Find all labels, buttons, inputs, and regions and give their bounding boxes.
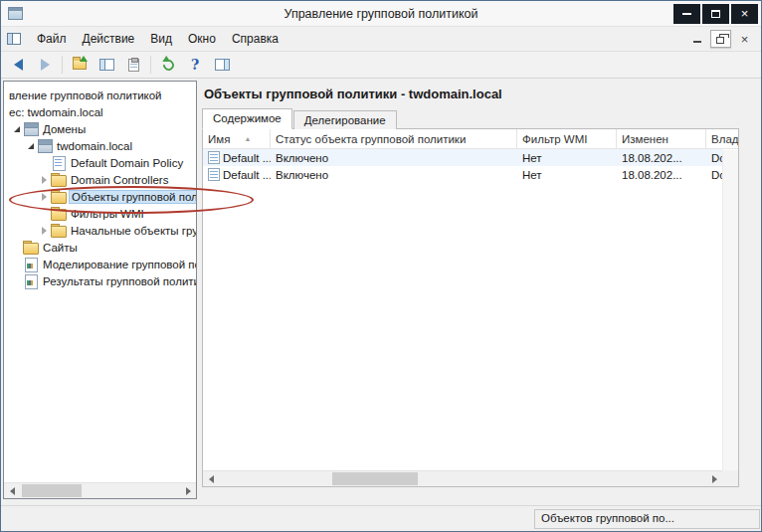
tab-delegation[interactable]: Делегирование — [293, 110, 397, 129]
cell-text: 18.08.202... — [622, 152, 682, 164]
tree-item-forest[interactable]: ес: twdomain.local — [4, 103, 196, 120]
folder-up-icon — [73, 60, 87, 70]
cell-text: Doma — [711, 152, 722, 164]
tree-item-domain-controllers[interactable]: Domain Controllers — [4, 171, 196, 188]
collapsed-triangle-icon[interactable] — [38, 173, 51, 186]
titlebar: Управление групповой политикой × — [1, 1, 761, 27]
list-horizontal-scrollbar[interactable] — [203, 470, 722, 486]
tree-horizontal-scrollbar[interactable] — [4, 482, 196, 498]
toolbar-separator — [62, 56, 63, 74]
cell-name: Default ... — [203, 151, 271, 164]
expander-spacer — [38, 207, 51, 220]
tree-item-root[interactable]: вление групповой политикой — [4, 87, 196, 103]
tab-page: Имя ▲ Статус объекта групповой политики … — [202, 128, 739, 487]
scroll-left-arrow-icon[interactable] — [4, 483, 20, 498]
expanded-triangle-icon[interactable] — [24, 139, 37, 152]
folder-up-button[interactable] — [67, 54, 93, 76]
tree-item-gp-modeling[interactable]: Моделирование групповой пол — [4, 256, 196, 272]
tree-item-default-domain-policy[interactable]: Default Domain Policy — [4, 154, 196, 171]
column-header-wmi-filter[interactable]: Фильтр WMI — [517, 129, 617, 148]
cell-modified: 18.08.202... — [617, 169, 706, 181]
folder-icon — [51, 173, 67, 186]
help-icon: ? — [191, 57, 199, 73]
tree-item-label: Сайты — [41, 241, 80, 255]
column-header-owner[interactable]: Влад — [706, 129, 738, 148]
tree-rows: вление групповой политикой ес: twdomain.… — [4, 82, 196, 289]
menu-help[interactable]: Справка — [224, 29, 286, 49]
mdi-minimize-button[interactable] — [686, 30, 707, 48]
list-header: Имя ▲ Статус объекта групповой политики … — [203, 129, 738, 149]
statusbar: Объектов групповой по... — [1, 505, 761, 531]
collapsed-triangle-icon[interactable] — [38, 190, 51, 203]
back-button[interactable] — [5, 54, 31, 76]
tab-contents[interactable]: Содержимое — [202, 108, 292, 129]
tree-item-sites[interactable]: Сайты — [4, 239, 196, 256]
folder-icon — [51, 190, 67, 203]
maximize-button[interactable] — [702, 4, 729, 24]
mdi-close-button[interactable]: × — [734, 30, 755, 48]
action-pane-icon — [215, 59, 230, 71]
tree-item-domain-twdomain[interactable]: twdomain.local — [4, 137, 196, 154]
column-label: Статус объекта групповой политики — [276, 133, 466, 145]
mdi-restore-button[interactable] — [710, 30, 731, 48]
menu-view[interactable]: Вид — [142, 29, 180, 49]
cell-name: Default ... — [203, 168, 271, 181]
menu-file[interactable]: Файл — [29, 29, 75, 49]
refresh-button[interactable] — [155, 54, 181, 76]
minimize-button[interactable] — [673, 4, 700, 24]
column-header-status[interactable]: Статус объекта групповой политики — [271, 129, 517, 148]
tree-item-label: ес: twdomain.local — [7, 105, 105, 119]
refresh-icon — [160, 57, 175, 72]
gpo-icon — [208, 168, 220, 181]
tree-item-label-selected: Объекты групповой политики — [69, 190, 197, 204]
tree-item-label: Default Domain Policy — [69, 156, 185, 170]
forward-button[interactable] — [32, 54, 58, 76]
scroll-right-arrow-icon[interactable] — [180, 483, 196, 498]
table-row[interactable]: Default ... Включено Нет 18.08.202... Do… — [203, 149, 722, 166]
scrollbar-thumb[interactable] — [332, 472, 418, 485]
export-list-button[interactable] — [120, 54, 146, 76]
collapsed-triangle-icon[interactable] — [38, 224, 51, 237]
tree-item-starter-gpos[interactable]: Начальные объекты груп — [4, 222, 196, 239]
show-console-tree-button[interactable] — [94, 54, 119, 76]
column-label: Имя — [208, 133, 230, 145]
minimize-icon — [682, 13, 691, 15]
show-action-pane-button[interactable] — [209, 54, 235, 76]
column-header-name[interactable]: Имя ▲ — [203, 129, 271, 148]
cell-text: 18.08.202... — [622, 169, 682, 181]
window-controls: × — [673, 4, 758, 24]
console-icon — [7, 33, 21, 45]
menu-window[interactable]: Окно — [180, 29, 224, 49]
folder-icon — [51, 207, 67, 220]
results-pane: Объекты групповой политики - twdomain.lo… — [202, 79, 739, 487]
menu-action[interactable]: Действие — [75, 29, 143, 49]
gpo-icon — [51, 156, 67, 169]
folder-icon — [51, 224, 67, 237]
scrollbar-thumb[interactable] — [22, 484, 82, 497]
scroll-left-arrow-icon[interactable] — [203, 471, 219, 486]
main-area: вление групповой политикой ес: twdomain.… — [1, 79, 761, 505]
tree-item-label: Фильтры WMI — [69, 207, 146, 221]
column-header-modified[interactable]: Изменен — [617, 129, 706, 148]
toolbar-separator — [150, 56, 151, 74]
tree-item-group-policy-objects[interactable]: Объекты групповой политики — [4, 188, 196, 205]
tree-item-wmi-filters[interactable]: Фильтры WMI — [4, 205, 196, 222]
mdi-restore-icon — [716, 37, 724, 44]
expander-spacer — [10, 274, 23, 287]
column-label: Влад — [711, 133, 738, 145]
tree-item-domains[interactable]: Домены — [4, 120, 196, 137]
help-button[interactable]: ? — [182, 54, 208, 76]
window-title: Управление групповой политикой — [1, 7, 761, 21]
cell-text: Doma — [711, 169, 722, 181]
scroll-right-arrow-icon[interactable] — [706, 471, 722, 486]
tree-item-gp-results[interactable]: Результаты групповой политики — [4, 272, 196, 289]
close-button[interactable]: × — [731, 4, 758, 24]
cell-wmi-filter: Нет — [517, 152, 617, 164]
folder-icon — [23, 241, 39, 254]
expanded-triangle-icon[interactable] — [10, 122, 23, 135]
cell-text: Включено — [276, 152, 328, 164]
maximize-icon — [711, 10, 720, 18]
list-vertical-scrollbar[interactable] — [722, 150, 738, 470]
table-row[interactable]: Default ... Включено Нет 18.08.202... Do… — [203, 166, 722, 183]
tab-strip: Содержимое Делегирование — [202, 108, 739, 129]
